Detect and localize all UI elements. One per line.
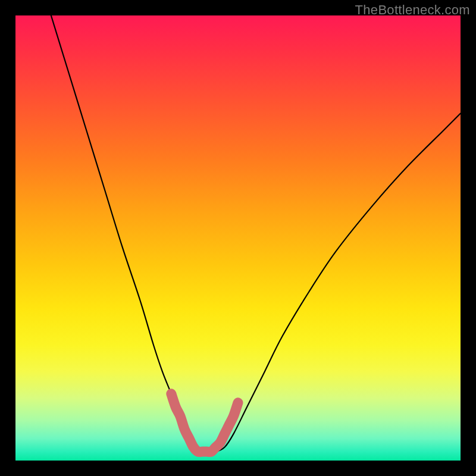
curve-layer: [15, 15, 461, 461]
chart-frame: TheBottleneck.com: [0, 0, 476, 476]
plot-area: [15, 15, 461, 461]
bottleneck-curve: [51, 15, 461, 452]
